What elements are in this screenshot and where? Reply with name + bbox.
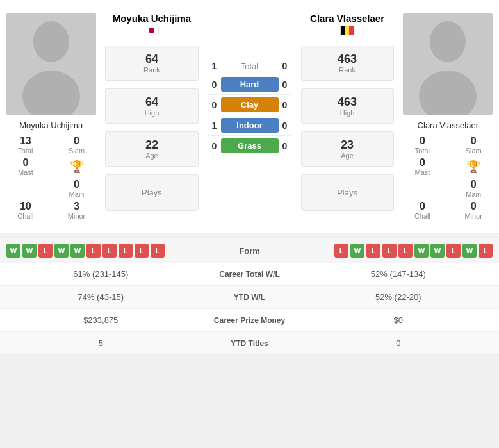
player1-main-block: 0 Main [54, 179, 99, 198]
player2-minor-value: 0 [471, 201, 477, 212]
stats-label-3: YTD Titles [192, 339, 307, 348]
player2-chall-block: 0 Chall [400, 201, 445, 220]
player2-plays-label: Plays [337, 188, 357, 197]
indoor-badge: Indoor [221, 118, 279, 133]
player1-mast-label: Mast [18, 169, 33, 176]
trophy-icon: 🏆 [70, 160, 84, 174]
player2-info-column: Clara Vlasselaer 463 Rank 463 High 23 [298, 6, 397, 226]
player1-total-block: 13 Total [3, 135, 48, 154]
player1-chall-label: Chall [17, 212, 33, 220]
player2-high-label: High [305, 109, 390, 117]
form-badge-p2: W [462, 244, 477, 258]
player2-mast-label: Mast [415, 169, 430, 176]
player1-info-column: Moyuka Uchijima 64 Rank 64 High 22 Age [102, 6, 201, 226]
form-badge-p1: W [70, 244, 85, 258]
hard-right-score: 0 [279, 79, 291, 90]
total-left-score: 1 [208, 61, 221, 71]
player2-mast-value: 0 [420, 157, 425, 169]
player2-flag-container [301, 26, 394, 35]
player2-flag [340, 26, 354, 35]
grass-left-score: 0 [208, 141, 221, 151]
player2-minor-block: 0 Minor [451, 201, 496, 220]
player2-name: Clara Vlasselaer [418, 120, 479, 130]
player1-form-badges: WWLWWLLLLL [6, 244, 211, 258]
player1-main-value: 0 [74, 179, 79, 190]
clay-row: 0 Clay 0 [208, 95, 291, 115]
player1-chall-block: 10 Chall [3, 201, 48, 220]
form-badge-p2: W [430, 244, 445, 258]
player1-minor-label: Minor [68, 212, 86, 220]
player2-main-label: Main [466, 190, 481, 198]
clay-left-score: 0 [208, 100, 221, 110]
player2-card: Clara Vlasselaer 0 Total 0 Slam 0 Mast 🏆 [397, 6, 499, 226]
player1-plays-label: Plays [142, 188, 162, 197]
player2-rank-box: 463 Rank [301, 46, 394, 81]
player2-age-box: 23 Age [301, 131, 394, 167]
grass-row: 0 Grass 0 [208, 136, 291, 156]
be-black [341, 26, 345, 35]
total-label: Total [241, 62, 258, 71]
be-yellow [345, 26, 350, 35]
form-badge-p1: W [6, 244, 20, 258]
form-badge-p1: L [38, 244, 53, 258]
player1-minor-block: 3 Minor [54, 201, 99, 220]
player1-age-box: 22 Age [105, 131, 198, 167]
player1-slam-label: Slam [69, 147, 85, 154]
player2-avatar [403, 13, 493, 115]
form-badge-p1: L [135, 244, 149, 258]
player1-high-value: 64 [109, 95, 194, 109]
player1-trophy: 🏆 [54, 157, 99, 176]
player1-rank-label: Rank [109, 66, 194, 74]
player1-card: Moyuka Uchijima 13 Total 0 Slam 0 Mast 🏆 [0, 6, 102, 226]
form-badge-p2: L [479, 244, 493, 258]
be-red [349, 26, 354, 35]
player2-total-block: 0 Total [400, 135, 445, 154]
clay-right-score: 0 [279, 100, 291, 110]
form-badge-p2: L [366, 244, 380, 258]
total-right-score: 0 [279, 61, 291, 71]
player2-name-center: Clara Vlasselaer [301, 13, 394, 24]
surface-rows: 1 Total 0 0 Hard 0 0 Clay 0 1 Indoor [208, 54, 291, 156]
player2-rank-label: Rank [305, 66, 390, 74]
player1-stats: 13 Total 0 Slam 0 Mast 🏆 0 Main [3, 135, 99, 220]
player1-age-label: Age [109, 152, 194, 160]
player1-name-center: Moyuka Uchijima [105, 13, 198, 24]
stats-right-3: 0 [307, 338, 490, 348]
player2-chall-value: 0 [420, 201, 425, 212]
indoor-right-score: 0 [279, 120, 291, 131]
stats-label-1: YTD W/L [192, 293, 307, 302]
player1-minor-value: 3 [74, 201, 79, 212]
form-badge-p1: L [151, 244, 165, 258]
player1-slam-block: 0 Slam [54, 135, 99, 154]
player2-main-value: 0 [471, 179, 477, 190]
stats-right-0: 52% (147-134) [307, 269, 490, 279]
indoor-left-score: 1 [208, 120, 221, 131]
stats-row: 74% (43-15) YTD W/L 52% (22-20) [0, 286, 499, 309]
trophy-icon-2: 🏆 [466, 160, 480, 174]
player1-age-value: 22 [109, 138, 194, 152]
main-container: Moyuka Uchijima 13 Total 0 Slam 0 Mast 🏆 [0, 0, 499, 355]
indoor-row: 1 Indoor 0 [208, 115, 291, 136]
player2-main-block: 0 Main [451, 179, 496, 198]
form-badge-p1: L [119, 244, 133, 258]
form-badge-p1: W [22, 244, 37, 258]
player2-trophy: 🏆 [451, 157, 496, 176]
stats-label-2: Career Prize Money [192, 316, 307, 325]
player2-minor-label: Minor [464, 212, 482, 220]
stats-row: $233,875 Career Prize Money $0 [0, 309, 499, 332]
player1-plays-box: Plays [105, 174, 198, 211]
grass-badge: Grass [221, 138, 279, 153]
player2-high-value: 463 [305, 95, 390, 109]
player2-age-value: 23 [305, 138, 390, 152]
player2-total-label: Total [415, 147, 430, 154]
clay-badge: Clay [221, 97, 279, 112]
stats-right-2: $0 [307, 315, 490, 325]
player2-rank-value: 463 [305, 53, 390, 66]
stats-row: 61% (231-145) Career Total W/L 52% (147-… [0, 263, 499, 286]
stats-left-1: 74% (43-15) [10, 292, 192, 302]
player1-rank-value: 64 [109, 53, 194, 66]
player1-total-value: 13 [20, 135, 31, 147]
player1-name: Moyuka Uchijima [19, 120, 83, 130]
stats-left-3: 5 [10, 338, 192, 348]
form-label: Form [211, 246, 288, 256]
